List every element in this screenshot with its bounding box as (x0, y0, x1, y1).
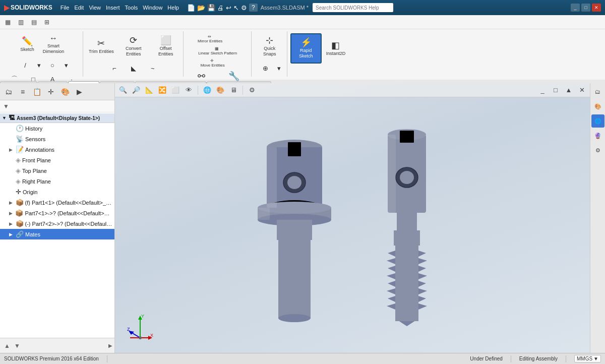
appearances-btn[interactable]: 🎨 (214, 85, 226, 96)
menu-tools[interactable]: Tools (125, 5, 138, 11)
svg-rect-33 (395, 246, 418, 319)
display-style-btn[interactable]: 🌐 (201, 85, 213, 96)
help-btn[interactable]: ? (249, 4, 258, 12)
rapid-instant-group: ⚡ Rapid Sketch ◧ Instant2D (288, 31, 350, 77)
units-dropdown[interactable]: MMGS ▼ (574, 355, 601, 362)
mirror-entities-button[interactable]: ⇔ Mirror Entities (190, 33, 230, 44)
zoom-btn[interactable]: 🔎 (130, 85, 142, 96)
snap-dropdown[interactable]: ▾ (276, 62, 283, 75)
zoom-to-fit-btn[interactable]: 🔍 (117, 85, 129, 96)
rp-appearance-btn[interactable]: 🎨 (591, 100, 604, 113)
snap-option-1[interactable]: ⊕ (257, 62, 275, 75)
config-manager-btn[interactable]: 📋 (30, 85, 43, 98)
tree-item-history[interactable]: 🕐 History (0, 123, 114, 134)
main-toolbar: ✏️ Sketch ↔ Smart Dimension / ▾ ○ (0, 29, 605, 80)
hide-show-btn[interactable]: 👁 (183, 85, 195, 96)
svg-marker-42 (388, 251, 395, 257)
right-plane-label: Right Plane (22, 178, 51, 185)
view-orientation-btn[interactable]: ⬜ (169, 85, 182, 96)
close-button[interactable]: ✕ (592, 4, 601, 12)
spline-button[interactable]: ~ (144, 62, 162, 75)
move-view-btn[interactable]: 🔀 (156, 85, 168, 96)
tree-root[interactable]: ▼ 🏗 Assem3 (Default<Display State-1>) (0, 113, 114, 123)
circle-button[interactable]: ○ (43, 58, 62, 72)
maximize-button[interactable]: □ (581, 4, 590, 12)
tree-item-front-plane[interactable]: ◈ Front Plane (0, 155, 114, 165)
settings-icon[interactable]: ⚙ (241, 4, 247, 12)
rp-feature-btn[interactable]: 🗂 (591, 85, 604, 98)
menu-window[interactable]: Window (143, 5, 162, 11)
feature-tree-btn[interactable]: 🗂 (2, 85, 15, 98)
tree-item-annotations[interactable]: ▶ 📝 Annotations (0, 144, 114, 155)
offset-entities-button[interactable]: ⬜ Offset Entities (151, 33, 181, 59)
undo-icon[interactable]: ↩ (226, 4, 231, 12)
rp-render-btn[interactable]: 🔮 (591, 129, 604, 142)
print-icon[interactable]: 🖨 (217, 4, 224, 12)
open-icon[interactable]: 📂 (197, 4, 205, 12)
grid-icon-1[interactable]: ▦ (2, 17, 13, 28)
tree-item-top-plane[interactable]: ◈ Top Plane (0, 165, 114, 176)
view-settings-btn[interactable]: ⚙ (246, 85, 258, 96)
line-button[interactable]: / (16, 58, 34, 72)
rp-scene-btn[interactable]: 🌐 (591, 114, 604, 128)
rotate-btn[interactable]: 📐 (143, 85, 155, 96)
dropdown-button-1[interactable]: ▾ (35, 58, 42, 72)
expand-btn[interactable]: ▶ (73, 85, 86, 98)
top-plane-icon: ◈ (16, 167, 21, 174)
scroll-right-indicator[interactable]: ▶ (108, 343, 112, 348)
tree-item-part7-2[interactable]: ▶ 📦 (-) Part7<2>->? (Default<<Default>..… (0, 218, 114, 229)
move-entities-button[interactable]: ✛ Move Entities (190, 57, 235, 69)
rp-settings-btn[interactable]: ⚙ (591, 144, 604, 157)
tree-item-sensors[interactable]: 📡 Sensors (0, 134, 114, 144)
arrow-icon-annot: ▶ (9, 147, 15, 152)
linear-pattern-button[interactable]: ▦ Linear Sketch Pattern (190, 45, 246, 56)
fillet-button[interactable]: ⌐ (105, 62, 124, 75)
tree-item-right-plane[interactable]: ◈ Right Plane (0, 176, 114, 187)
vp-minimize-btn[interactable]: _ (536, 85, 549, 96)
chamfer-button[interactable]: ◣ (125, 62, 143, 75)
tree-item-part1[interactable]: ▶ 📦 (f) Part1<1> (Default<<Default>_Di..… (0, 197, 114, 208)
sketch-button[interactable]: ✏️ Sketch (17, 31, 37, 57)
fillet-icon: ⌐ (112, 65, 116, 72)
menu-view[interactable]: View (89, 5, 101, 11)
instant2d-button[interactable]: ◧ Instant2D (324, 33, 348, 64)
convert-entities-button[interactable]: ⟳ Convert Entities (118, 33, 149, 59)
select-icon[interactable]: ↖ (233, 4, 239, 12)
scene-btn[interactable]: 🖥 (227, 85, 239, 96)
search-input[interactable] (313, 3, 393, 12)
dim-expert-btn[interactable]: ✛ (44, 85, 57, 98)
svg-point-5 (287, 176, 301, 189)
scroll-up-arrow[interactable]: ▲ (2, 341, 12, 350)
tree-item-part7-1[interactable]: ▶ 📦 Part7<1>->? (Default<<Default>_Di... (0, 208, 114, 218)
vp-maximize-btn[interactable]: ▲ (563, 85, 575, 96)
display-manager-btn[interactable]: 🎨 (58, 85, 72, 98)
menu-insert[interactable]: Insert (106, 5, 120, 11)
vp-close-btn[interactable]: ✕ (576, 85, 588, 96)
vp-restore-btn[interactable]: □ (550, 85, 562, 96)
smart-dimension-button[interactable]: ↔ Smart Dimension (38, 31, 69, 57)
instant2d-icon: ◧ (331, 41, 340, 50)
new-icon[interactable]: 📄 (187, 4, 195, 12)
filter-row: ▼ (0, 100, 114, 112)
grid-icon-2[interactable]: ▥ (15, 17, 26, 28)
menu-file[interactable]: File (60, 5, 70, 11)
save-icon[interactable]: 💾 (207, 4, 215, 12)
trim-entities-button[interactable]: ✂ Trim Entities (86, 33, 116, 59)
svg-text:X: X (150, 333, 153, 338)
minimize-button[interactable]: _ (571, 4, 580, 12)
menu-edit[interactable]: Edit (74, 5, 84, 11)
tree-item-origin[interactable]: ✛ Origin (0, 187, 114, 197)
svg-text:Y: Y (141, 314, 144, 319)
filter-icon: ▼ (3, 103, 9, 110)
sketch-label: Sketch (20, 47, 34, 52)
grid-icon-4[interactable]: ⊞ (41, 17, 52, 28)
viewport-content (115, 97, 590, 353)
property-manager-btn[interactable]: ≡ (16, 85, 29, 98)
scroll-down-arrow[interactable]: ▼ (12, 341, 22, 350)
quick-snaps-button[interactable]: ⊹ Quick Snaps (255, 33, 285, 59)
rapid-sketch-button[interactable]: ⚡ Rapid Sketch (290, 33, 322, 64)
grid-icon-3[interactable]: ▤ (28, 17, 39, 28)
menu-help[interactable]: Help (167, 5, 179, 11)
dropdown-button-2[interactable]: ▾ (63, 58, 70, 72)
tree-item-mates[interactable]: ▶ 🔗 Mates (0, 229, 114, 239)
